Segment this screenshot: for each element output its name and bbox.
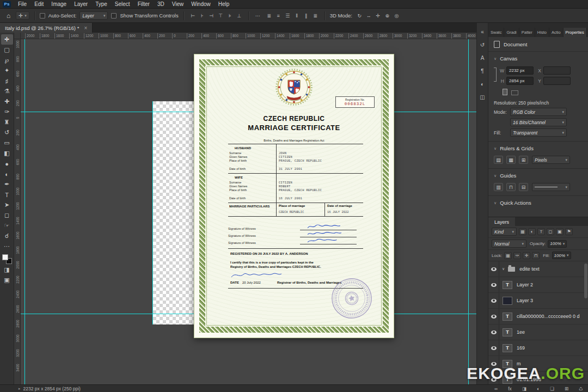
ruler-icon[interactable]: ▤ <box>494 156 503 164</box>
history-brush-tool-icon[interactable]: ↺ <box>1 127 13 138</box>
adjustment-layer-icon[interactable]: ◐ <box>537 386 540 391</box>
horizontal-ruler[interactable]: 2000180016001400120010008006004002000200… <box>21 33 476 39</box>
align-bottom-icon[interactable]: ⊥ <box>235 11 243 20</box>
gradient-tool-icon[interactable]: ◧ <box>1 148 13 158</box>
certificate-document[interactable]: Registration No. 006832L CZECH REPUBLIC … <box>194 54 394 338</box>
collapse-panels-icon[interactable]: « <box>477 27 487 36</box>
color-mode-dropdown[interactable]: RGB Color ▾ <box>510 108 567 116</box>
canvas-fill-dropdown[interactable]: Transparent ▾ <box>510 128 567 137</box>
clone-stamp-tool-icon[interactable]: ♜ <box>1 117 13 127</box>
menu-item[interactable]: Layer <box>70 1 91 7</box>
menu-item[interactable]: Help <box>215 1 234 7</box>
current-tool-indicator[interactable]: ✛ ▾ <box>16 11 29 20</box>
tab-swatches[interactable]: Swatc <box>488 28 504 37</box>
layer-fill-field[interactable]: 100% ▾ <box>552 252 571 259</box>
menu-item[interactable]: Select <box>111 1 134 7</box>
delete-layer-icon[interactable]: ♺ <box>579 386 583 391</box>
menu-item[interactable]: File <box>14 1 30 7</box>
layer-name[interactable]: Layer 2 <box>517 282 533 287</box>
tab-histogram[interactable]: Histo <box>535 28 549 37</box>
layer-row[interactable]: TLayer 2 <box>488 277 588 293</box>
grid-icon[interactable]: ▦ <box>506 156 516 164</box>
eyedropper-tool-icon[interactable]: ⚗ <box>1 86 13 96</box>
filter-type-layers-icon[interactable]: T <box>537 228 545 235</box>
3d-scale-icon[interactable]: ◎ <box>393 11 401 20</box>
layer-name[interactable]: edite text <box>519 266 540 272</box>
align-middle-icon[interactable]: ⊧ <box>226 11 234 20</box>
new-layer-icon[interactable]: ⊞ <box>565 386 568 391</box>
ruler-origin-corner[interactable] <box>14 33 21 39</box>
pen-tool-icon[interactable]: ✒ <box>1 179 13 189</box>
menu-item[interactable]: Image <box>47 1 70 7</box>
distribute-center-icon[interactable]: ∥ <box>302 11 310 20</box>
layers-scrollbar[interactable] <box>584 264 587 298</box>
3d-rotate-icon[interactable]: ↻ <box>356 11 364 20</box>
blur-tool-icon[interactable]: ● <box>1 158 13 169</box>
vertical-ruler[interactable]: 1000800600400200020040060080010001200140… <box>14 39 21 384</box>
screen-mode-icon[interactable]: ▣ <box>1 275 13 285</box>
layer-visibility-eye-icon[interactable] <box>488 309 499 324</box>
layers-panel-tab[interactable]: Layers <box>488 217 515 226</box>
lock-pixels-icon[interactable]: ✑ <box>513 252 521 259</box>
paragraph-panel-icon[interactable]: ¶ <box>477 66 487 75</box>
magic-wand-tool-icon[interactable]: ✦ <box>1 65 13 76</box>
adjustments-panel-icon[interactable]: ◐ <box>477 79 487 88</box>
healing-brush-tool-icon[interactable]: ✚ <box>1 96 13 107</box>
show-transform-checkbox[interactable] <box>111 13 117 19</box>
path-select-tool-icon[interactable]: ➤ <box>1 200 13 210</box>
lock-guides-icon[interactable]: ⊓ <box>506 183 516 191</box>
more-align-options-icon[interactable]: ⋯ <box>254 11 262 20</box>
lasso-tool-icon[interactable]: ℘ <box>1 55 13 65</box>
move-tool-icon[interactable]: ✛ <box>1 34 13 45</box>
3d-roll-icon[interactable]: ↔ <box>365 11 373 20</box>
bit-depth-dropdown[interactable]: 16 Bits/Channel ▾ <box>510 118 567 126</box>
layer-name[interactable]: cilla0000000...ccccceee0 0 d <box>517 314 580 319</box>
layer-kind-dropdown[interactable]: Kind ▾ <box>492 228 517 236</box>
filter-smart-objects-icon[interactable]: ▣ <box>556 228 564 235</box>
layer-group-icon[interactable]: ❏ <box>550 386 554 391</box>
guide-style-dropdown[interactable]: ▾ <box>532 183 570 191</box>
layer-visibility-eye-icon[interactable] <box>488 261 499 277</box>
tab-gradients[interactable]: Gradi <box>504 28 519 37</box>
filter-shape-layers-icon[interactable]: ◻ <box>547 228 554 235</box>
lock-all-icon[interactable]: ⊓ <box>532 252 540 259</box>
filter-toggle-icon[interactable]: ⚑ <box>565 228 573 235</box>
layer-row[interactable]: ∨edite text <box>488 261 588 277</box>
wh-link-bracket-icon[interactable] <box>494 68 497 82</box>
edit-toolbar-icon[interactable]: ⋯ <box>1 241 13 252</box>
shape-tool-icon[interactable]: ◻ <box>1 210 13 220</box>
layer-row[interactable]: T169 <box>488 340 588 356</box>
units-dropdown[interactable]: Pixels ▾ <box>532 156 570 164</box>
distribute-right-icon[interactable]: ≣ <box>311 11 320 20</box>
link-layers-icon[interactable]: ∞ <box>494 386 498 391</box>
character-panel-icon[interactable]: A <box>477 53 487 62</box>
filter-adjustment-layers-icon[interactable]: ◐ <box>528 228 536 235</box>
menu-item[interactable]: Type <box>91 1 111 7</box>
landscape-orientation-icon[interactable] <box>511 90 518 95</box>
blend-mode-dropdown[interactable]: Normal ▾ <box>492 240 526 248</box>
filter-pixel-layers-icon[interactable]: ▦ <box>519 228 526 235</box>
height-field[interactable]: 2854 px <box>506 77 534 85</box>
layer-name[interactable]: 169 <box>517 345 525 351</box>
marquee-tool-icon[interactable]: ▢ <box>1 45 13 55</box>
color-swatches[interactable] <box>2 254 13 265</box>
distribute-bottom-icon[interactable]: ☰ <box>284 11 292 20</box>
layer-name[interactable]: 1ee <box>517 329 525 335</box>
layer-visibility-eye-icon[interactable] <box>488 324 499 340</box>
lock-transparency-icon[interactable]: ▦ <box>504 252 512 259</box>
hand-tool-icon[interactable]: ☞ <box>1 220 13 231</box>
width-field[interactable]: 2232 px <box>506 66 534 75</box>
align-left-icon[interactable]: ⊢ <box>189 11 197 20</box>
snap-icon[interactable]: ⊞ <box>519 156 528 164</box>
libraries-panel-icon[interactable]: ◫ <box>477 93 487 101</box>
align-top-icon[interactable]: ⊤ <box>217 11 225 20</box>
clear-guides-icon[interactable]: ⊟ <box>519 183 528 191</box>
menu-item[interactable]: Edit <box>30 1 47 7</box>
layer-effects-icon[interactable]: fx <box>508 386 512 391</box>
layer-visibility-eye-icon[interactable] <box>488 277 499 292</box>
layer-row[interactable]: Tcilla0000000...ccccceee0 0 d <box>488 309 588 324</box>
layer-row[interactable]: Layer 3 <box>488 293 588 309</box>
tab-patterns[interactable]: Patter <box>519 28 535 37</box>
3d-slide-icon[interactable]: ⊕ <box>383 11 391 20</box>
lock-position-icon[interactable]: ✛ <box>523 252 530 259</box>
